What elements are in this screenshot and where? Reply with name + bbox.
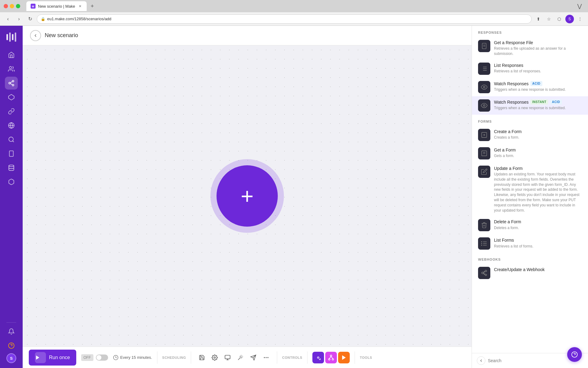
update-form-title: Update a Form — [494, 166, 582, 171]
responses-section-header: RESPONSES — [472, 26, 588, 37]
back-to-scenarios-button[interactable] — [30, 30, 41, 41]
save-tool-button[interactable] — [196, 352, 208, 363]
support-button[interactable] — [567, 347, 582, 362]
list-item[interactable]: Delete a Form Deletes a form. — [472, 216, 588, 234]
tab-close-button[interactable]: ✕ — [77, 4, 82, 9]
sidebar-item-connections[interactable] — [5, 91, 18, 104]
instant-badge: INSTANT — [530, 99, 548, 105]
create-webhook-title: Create/Update a Webhook — [494, 267, 582, 272]
sidebar-item-links[interactable] — [5, 105, 18, 118]
create-webhook-icon — [478, 267, 490, 279]
menu-icon[interactable]: ⋮ — [576, 15, 584, 23]
bottom-bar: Run once OFF Every 15 minutes. SCHEDULIN… — [23, 347, 472, 368]
share-browser-icon[interactable]: ⬆ — [534, 15, 543, 23]
sidebar-divider — [6, 322, 16, 323]
list-item[interactable]: Watch Responses INSTANT ACID Triggers wh… — [472, 96, 588, 115]
orange-tool-button[interactable] — [338, 352, 350, 363]
list-item[interactable]: Get a Form Gets a form. — [472, 144, 588, 163]
run-once-button[interactable]: Run once — [29, 350, 76, 366]
active-tab[interactable]: M New scenario | Make ✕ — [26, 1, 87, 11]
svg-marker-11 — [9, 94, 14, 100]
svg-marker-21 — [36, 355, 40, 360]
panel-scroll-area[interactable]: RESPONSES Get a Response File Retrieves … — [472, 26, 588, 368]
bookmark-icon[interactable]: ☆ — [545, 15, 553, 23]
svg-point-6 — [12, 80, 14, 82]
profile-icon[interactable]: S — [565, 15, 574, 23]
wand-tool-button[interactable] — [235, 352, 246, 363]
list-item[interactable]: Create/Update a Webhook — [472, 264, 588, 282]
add-module-button[interactable]: + — [217, 165, 278, 227]
create-webhook-content: Create/Update a Webhook — [494, 267, 582, 272]
sidebar-item-globe[interactable] — [5, 119, 18, 132]
forms-section: FORMS Create a Form Creates a form. — [472, 115, 588, 253]
network-tool-button[interactable] — [325, 352, 337, 363]
sidebar: S — [0, 26, 23, 368]
back-nav-button[interactable]: ‹ — [4, 15, 12, 23]
device-tool-button[interactable] — [222, 352, 233, 363]
toggle-thumb — [96, 355, 101, 360]
sidebar-item-home[interactable] — [5, 48, 18, 61]
create-form-desc: Creates a form. — [494, 135, 582, 140]
svg-rect-2 — [9, 33, 11, 42]
browser-frame: M New scenario | Make ✕ + ⋁ ‹ › ↻ 🔒 eu1.… — [0, 0, 588, 368]
sidebar-item-database[interactable] — [5, 161, 18, 174]
tools-active-button[interactable] — [312, 352, 324, 363]
svg-point-32 — [318, 357, 319, 358]
extensions-icon[interactable]: ⬡ — [555, 15, 564, 23]
list-forms-desc: Retrieves a list of forms. — [494, 244, 582, 249]
sidebar-item-mobile[interactable] — [5, 147, 18, 160]
maximize-traffic-light[interactable] — [16, 4, 20, 8]
minimize-traffic-light[interactable] — [10, 4, 14, 8]
window-controls[interactable]: ⋁ — [577, 3, 584, 10]
sidebar-item-notifications[interactable] — [5, 325, 18, 338]
address-bar[interactable]: 🔒 eu1.make.com/12858/scenarios/add — [37, 14, 532, 24]
acid-badge: ACID — [530, 81, 542, 86]
list-item[interactable]: Get a Response File Retrieves a file upl… — [472, 37, 588, 59]
user-avatar[interactable]: S — [6, 353, 16, 363]
close-traffic-light[interactable] — [4, 4, 8, 8]
svg-point-30 — [266, 357, 267, 358]
svg-line-15 — [13, 141, 14, 142]
svg-marker-38 — [342, 355, 346, 360]
ssl-lock-icon: 🔒 — [41, 17, 45, 21]
scenario-canvas[interactable]: + — [23, 45, 472, 347]
list-responses-content: List Responses Retrieves a list of respo… — [494, 63, 582, 74]
list-item[interactable]: List Forms Retrieves a list of forms. — [472, 234, 588, 253]
watch-responses-instant-icon — [478, 99, 490, 112]
scheduling-divider — [157, 351, 157, 364]
plane-tool-button[interactable] — [247, 352, 259, 363]
watch-responses-acid-title: Watch Responses ACID — [494, 81, 582, 86]
list-item[interactable]: List Responses Retrieves a list of respo… — [472, 59, 588, 78]
list-item[interactable]: Watch Responses ACID Triggers when a new… — [472, 78, 588, 96]
reload-button[interactable]: ↻ — [26, 15, 34, 23]
list-item[interactable]: Update a Form Updates an existing form. … — [472, 163, 588, 216]
svg-point-60 — [481, 243, 482, 244]
url-display: eu1.make.com/12858/scenarios/add — [47, 17, 111, 21]
svg-text:M: M — [32, 5, 34, 8]
new-tab-button[interactable]: + — [88, 2, 96, 10]
tab-bar: M New scenario | Make ✕ + — [26, 1, 575, 11]
list-item[interactable]: Create a Form Creates a form. — [472, 126, 588, 144]
panel-back-button[interactable] — [477, 356, 485, 365]
update-form-content: Update a Form Updates an existing form. … — [494, 166, 582, 213]
settings-tool-button[interactable] — [209, 352, 221, 363]
sidebar-item-search[interactable] — [5, 133, 18, 146]
svg-point-35 — [332, 358, 334, 360]
sidebar-item-cube[interactable] — [5, 175, 18, 188]
forward-nav-button[interactable]: › — [15, 15, 23, 23]
get-response-file-title: Get a Response File — [494, 40, 582, 45]
schedule-toggle[interactable] — [96, 355, 108, 361]
make-logo[interactable] — [5, 31, 18, 44]
acid-badge-2: ACID — [550, 99, 562, 105]
sidebar-item-team[interactable] — [5, 63, 18, 75]
run-once-play-icon — [35, 352, 46, 363]
more-tool-button[interactable] — [260, 352, 272, 363]
svg-point-23 — [214, 357, 216, 358]
svg-rect-53 — [482, 151, 487, 156]
sidebar-item-help[interactable] — [5, 339, 18, 352]
delete-form-desc: Deletes a form. — [494, 225, 582, 231]
sidebar-item-scenarios[interactable] — [5, 77, 18, 90]
svg-point-29 — [264, 357, 265, 358]
tools-section-label: TOOLS — [360, 356, 372, 359]
svg-point-33 — [330, 355, 332, 356]
